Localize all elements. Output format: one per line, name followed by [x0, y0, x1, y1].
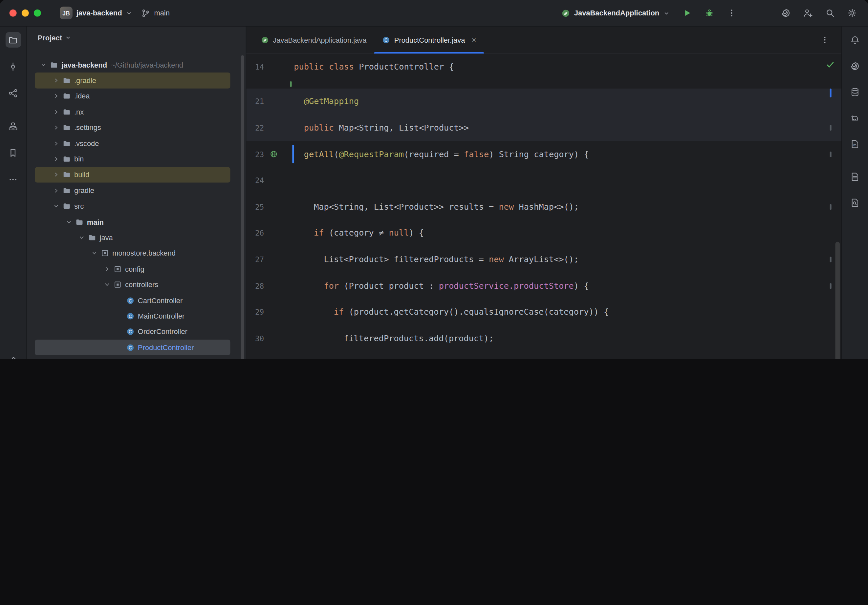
- bookmarks-icon[interactable]: [5, 145, 21, 161]
- chevron-closed-icon[interactable]: [50, 140, 61, 147]
- chevron-open-icon[interactable]: [50, 203, 61, 210]
- code-line-26[interactable]: 26if (category ≠ null) {: [246, 220, 842, 246]
- class-icon: C: [125, 312, 135, 320]
- tree-scrollbar[interactable]: [241, 56, 244, 359]
- code-line-31[interactable]: 31}: [246, 352, 842, 359]
- code-with-me-button[interactable]: [798, 4, 817, 22]
- tree-row-ProductController[interactable]: CProductController: [35, 340, 230, 355]
- chevron-open-icon[interactable]: [88, 250, 100, 257]
- tree-item-label: java-backend: [61, 61, 107, 69]
- pull-requests-icon[interactable]: [5, 85, 21, 101]
- gradle-icon[interactable]: [847, 110, 863, 126]
- chevron-open-icon[interactable]: [63, 218, 74, 225]
- tree-row-UserController[interactable]: CUserController: [35, 355, 230, 359]
- project-folder-icon[interactable]: [5, 32, 21, 48]
- zoom-window-button[interactable]: [34, 9, 41, 17]
- tab-ProductController.java[interactable]: CProductController.java×: [374, 26, 484, 53]
- maven-icon[interactable]: m: [847, 136, 863, 152]
- close-window-button[interactable]: [9, 9, 17, 17]
- structure-icon[interactable]: [5, 118, 21, 134]
- commit-icon[interactable]: [5, 59, 21, 74]
- tree-row-src[interactable]: src: [35, 198, 230, 214]
- tree-row-java[interactable]: java: [35, 230, 230, 245]
- search-everywhere-button[interactable]: [820, 4, 839, 22]
- ai-assistant-icon[interactable]: [847, 58, 863, 73]
- inspections-ok-icon[interactable]: [826, 60, 835, 69]
- tree-row-.vscode[interactable]: .vscode: [35, 136, 230, 151]
- tree-row-.nx[interactable]: .nx: [35, 104, 230, 120]
- settings-button[interactable]: [842, 4, 861, 22]
- spring-boot-icon: [561, 9, 570, 17]
- more-tools-icon[interactable]: [5, 172, 21, 187]
- tree-row-OrderController[interactable]: COrderController: [35, 324, 230, 340]
- git-branch-icon: [141, 9, 150, 17]
- tab-label: ProductController.java: [394, 36, 465, 44]
- project-tool-window: Project java-backend~/Github/java-backen…: [26, 26, 246, 359]
- tab-close-icon[interactable]: ×: [472, 36, 476, 44]
- chevron-closed-icon[interactable]: [50, 124, 61, 131]
- code-line-30[interactable]: 30filteredProducts.add(product);: [246, 325, 842, 351]
- chevron-closed-icon[interactable]: [50, 77, 61, 84]
- build-icon[interactable]: [5, 353, 21, 359]
- code-line-21[interactable]: 21@GetMapping: [246, 88, 842, 115]
- tree-row-monostore.backend[interactable]: monostore.backend: [35, 245, 230, 261]
- tree-row-bin[interactable]: bin: [35, 151, 230, 167]
- code-line-25[interactable]: 25Map<String, List<Product>> results = n…: [246, 193, 842, 220]
- tree-row-MainController[interactable]: CMainController: [35, 308, 230, 324]
- editor-tab-bar: JavaBackendApplication.javaCProductContr…: [246, 26, 842, 54]
- notifications-icon[interactable]: [847, 32, 863, 48]
- tree-row-.settings[interactable]: .settings: [35, 120, 230, 136]
- chevron-open-icon[interactable]: [38, 61, 49, 68]
- chevron-closed-icon[interactable]: [50, 171, 61, 178]
- tree-row-main[interactable]: main: [35, 214, 230, 230]
- chevron-closed-icon[interactable]: [50, 156, 61, 163]
- database-icon[interactable]: [847, 84, 863, 99]
- code-line-22[interactable]: 22public Map<String, List<Product>>: [246, 115, 842, 141]
- tree-item-label: .vscode: [74, 139, 99, 147]
- tree-row-gradle[interactable]: gradle: [35, 183, 230, 198]
- ai-assistant-button[interactable]: [776, 4, 795, 22]
- window-controls: [0, 9, 41, 17]
- dependencies-icon[interactable]: [847, 169, 863, 184]
- right-toolbar: m: [842, 26, 868, 359]
- tree-row-CartController[interactable]: CCartController: [35, 292, 230, 308]
- debug-button[interactable]: [700, 4, 718, 22]
- endpoint-gutter-icon[interactable]: [264, 150, 283, 158]
- code-line-24[interactable]: 24: [246, 167, 842, 193]
- more-actions-button[interactable]: [722, 4, 741, 22]
- code-line-14[interactable]: 14public class ProductController {: [246, 54, 842, 80]
- editor[interactable]: 14public class ProductController {21@Get…: [246, 54, 842, 359]
- documentation-icon[interactable]: [847, 195, 863, 210]
- run-button[interactable]: [677, 4, 696, 22]
- chevron-closed-icon[interactable]: [101, 265, 113, 272]
- tree-row-build[interactable]: build: [35, 167, 230, 183]
- folded-region[interactable]: [246, 80, 842, 88]
- run-config-selector[interactable]: JavaBackendApplication: [557, 4, 674, 22]
- tree-row-.idea[interactable]: .idea: [35, 88, 230, 104]
- chevron-open-icon[interactable]: [101, 281, 113, 288]
- folder-icon: [87, 234, 97, 242]
- code-line-28[interactable]: 28for (Product product : productService.…: [246, 272, 842, 299]
- chevron-closed-icon[interactable]: [50, 187, 61, 194]
- chevron-closed-icon[interactable]: [50, 108, 61, 116]
- tree-item-label: OrderController: [138, 328, 188, 336]
- code-line-27[interactable]: 27List<Product> filteredProducts = new A…: [246, 246, 842, 272]
- run-config-name: JavaBackendApplication: [574, 9, 659, 17]
- project-panel-header[interactable]: Project: [26, 26, 246, 48]
- code-line-23[interactable]: 23getAll(@RequestParam(required = false)…: [246, 141, 842, 167]
- code-line-29[interactable]: 29if (product.getCategory().equalsIgnore…: [246, 299, 842, 325]
- tree-row-controllers[interactable]: controllers: [35, 277, 230, 292]
- tab-options-button[interactable]: [817, 32, 832, 48]
- tree-row-.gradle[interactable]: .gradle: [35, 73, 230, 88]
- project-switcher[interactable]: JB java-backend: [56, 4, 137, 22]
- editor-scrollbar[interactable]: [835, 242, 839, 359]
- tab-JavaBackendApplication.java[interactable]: JavaBackendApplication.java: [253, 26, 374, 53]
- chevron-open-icon[interactable]: [76, 234, 87, 241]
- svg-text:C: C: [129, 314, 132, 319]
- chevron-closed-icon[interactable]: [50, 93, 61, 100]
- minimize-window-button[interactable]: [22, 9, 29, 17]
- branch-switcher[interactable]: main: [137, 4, 174, 22]
- class-icon: C: [125, 344, 135, 352]
- tree-row-config[interactable]: config: [35, 261, 230, 277]
- tree-row-java-backend[interactable]: java-backend~/Github/java-backend: [35, 57, 230, 73]
